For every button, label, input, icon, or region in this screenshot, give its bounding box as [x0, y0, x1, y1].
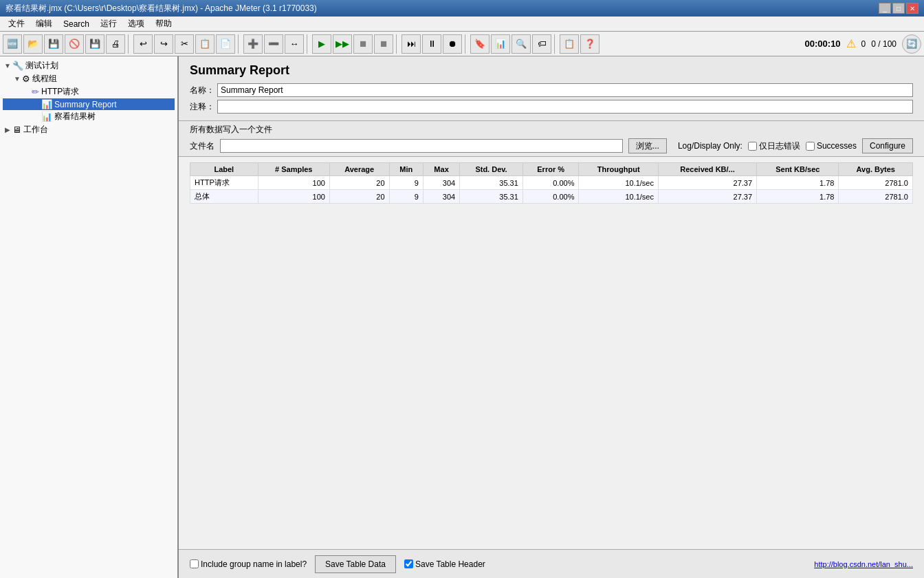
tree-node-test-plan[interactable]: ▼ 🔧 测试计划	[3, 59, 175, 72]
errors-only-checkbox-label[interactable]: 仅日志错误	[748, 140, 800, 152]
stop-button[interactable]: ⏹	[353, 34, 373, 54]
template-button[interactable]: 🔖	[470, 34, 490, 54]
cell-bytes-0: 2781.0	[839, 176, 913, 190]
expander-thread-group[interactable]: ▼	[12, 75, 22, 83]
file-input[interactable]	[220, 139, 623, 153]
minimize-button[interactable]: _	[879, 3, 891, 14]
col-samples: # Samples	[258, 163, 329, 176]
search-tb-button[interactable]: 🔍	[512, 34, 531, 54]
run-all-button[interactable]: ▶▶	[333, 34, 352, 54]
blog-link[interactable]: http://blog.csdn.net/lan_shu...	[814, 560, 913, 568]
title-bar: 察看结果树.jmx (C:\Users\r\Desktop\察看结果树.jmx)…	[0, 0, 924, 17]
tree-node-view-results[interactable]: 📊 察看结果树	[3, 110, 175, 123]
cut-button[interactable]: ✂	[175, 34, 194, 54]
stop-all-button[interactable]: ⏹	[374, 34, 393, 54]
help-tb-button[interactable]: ❓	[580, 34, 600, 54]
paste-button[interactable]: 📄	[216, 34, 235, 54]
expander-summary-report	[32, 100, 41, 108]
save-header-checkbox[interactable]	[404, 559, 413, 568]
tree-node-thread-group[interactable]: ▼ ⚙ 线程组	[3, 72, 175, 85]
tree-node-http-request[interactable]: ✏ HTTP请求	[3, 85, 175, 98]
name-label: 名称：	[190, 85, 214, 96]
new-button[interactable]: 🆕	[3, 34, 22, 54]
table-row: HTTP请求 100 20 9 304 35.31 0.00% 10.1/sec…	[190, 176, 913, 190]
summary-report-icon: 📊	[41, 99, 52, 109]
remote-stop-button[interactable]: ⏸	[422, 34, 441, 54]
run-button[interactable]: ▶	[312, 34, 331, 54]
include-group-label[interactable]: Include group name in label?	[190, 559, 307, 569]
menu-run[interactable]: 运行	[95, 17, 122, 31]
list-button[interactable]: 📋	[560, 34, 579, 54]
menu-file[interactable]: 文件	[3, 17, 30, 31]
http-request-icon: ✏	[32, 87, 39, 97]
clear-button[interactable]: ↔	[285, 34, 304, 54]
close-button-tb[interactable]: 🚫	[65, 34, 84, 54]
col-std-dev: Std. Dev.	[460, 163, 523, 176]
save-table-button[interactable]: Save Table Data	[315, 555, 396, 573]
test-plan-icon: 🔧	[12, 61, 23, 71]
expander-test-plan[interactable]: ▼	[3, 62, 12, 69]
tree-node-summary-report[interactable]: 📊 Summary Report	[3, 98, 175, 110]
bottom-bar: Include group name in label? Save Table …	[179, 549, 924, 578]
comment-input[interactable]	[217, 100, 913, 114]
copy-button[interactable]: 📋	[195, 34, 214, 54]
remote-stop2-button[interactable]: ⏺	[443, 34, 462, 54]
expander-view-results	[32, 113, 41, 120]
open-button[interactable]: 📂	[23, 34, 43, 54]
undo-button[interactable]: ↩	[133, 34, 153, 54]
menu-options[interactable]: 选项	[122, 17, 150, 31]
cell-tp-1: 10.1/sec	[579, 190, 659, 204]
refresh-button[interactable]: 🔄	[902, 34, 921, 54]
successes-checkbox[interactable]	[806, 142, 815, 151]
chart-button[interactable]: 📊	[491, 34, 510, 54]
maximize-button[interactable]: □	[892, 3, 905, 14]
configure-button[interactable]: Configure	[862, 138, 913, 153]
cell-avg-0: 20	[329, 176, 389, 190]
cell-samples-1: 100	[258, 190, 329, 204]
workbench-icon: 🖥	[12, 125, 21, 135]
col-error-pct: Error %	[522, 163, 579, 176]
remove-button[interactable]: ➖	[264, 34, 283, 54]
include-group-text: Include group name in label?	[201, 559, 307, 569]
remote-run-button[interactable]: ⏭	[402, 34, 421, 54]
successes-checkbox-label[interactable]: Successes	[806, 141, 857, 151]
save-button[interactable]: 💾	[44, 34, 63, 54]
expander-workbench[interactable]: ▶	[3, 126, 12, 133]
warning-icon: ⚠	[846, 37, 856, 50]
file-label: 文件名	[190, 140, 214, 152]
summary-report-label: Summary Report	[54, 100, 117, 109]
save-as-button[interactable]: 💾	[85, 34, 104, 54]
workbench-label: 工作台	[23, 124, 48, 136]
print-button[interactable]: 🖨	[106, 34, 125, 54]
view-results-icon: 📊	[41, 111, 52, 122]
thread-group-label: 线程组	[32, 73, 57, 85]
menu-help[interactable]: 帮助	[150, 17, 177, 31]
save-header-label[interactable]: Save Table Header	[404, 559, 485, 569]
cell-recv-1: 27.37	[659, 190, 757, 204]
close-button[interactable]: ✕	[906, 3, 918, 14]
cell-max-1: 304	[423, 190, 459, 204]
redo-button[interactable]: ↪	[154, 34, 173, 54]
report-header: Summary Report 名称： 注释：	[179, 56, 924, 121]
cell-err-0: 0.00%	[522, 176, 579, 190]
cell-min-1: 9	[389, 190, 423, 204]
content-panel: Summary Report 名称： 注释： 所有数据写入一个文件 文件名 浏览…	[179, 56, 924, 578]
col-label: Label	[190, 163, 258, 176]
errors-only-checkbox[interactable]	[748, 142, 757, 151]
expander-http-request	[22, 88, 32, 96]
name-row: 名称：	[190, 83, 913, 97]
include-group-checkbox[interactable]	[190, 559, 199, 568]
comment-row: 注释：	[190, 100, 913, 114]
browse-button[interactable]: 浏览...	[628, 138, 667, 153]
add-button[interactable]: ➕	[243, 34, 263, 54]
menu-search[interactable]: Search	[58, 18, 95, 30]
menu-bar: 文件 编辑 Search 运行 选项 帮助	[0, 17, 924, 32]
menu-edit[interactable]: 编辑	[30, 17, 58, 31]
tag-button[interactable]: 🏷	[532, 34, 551, 54]
tree-node-workbench[interactable]: ▶ 🖥 工作台	[3, 123, 175, 136]
cell-tp-0: 10.1/sec	[579, 176, 659, 190]
test-plan-label: 测试计划	[25, 60, 58, 72]
summary-table: Label # Samples Average Min Max Std. Dev…	[190, 162, 913, 204]
cell-label-0: HTTP请求	[190, 176, 258, 190]
name-input[interactable]	[217, 83, 913, 97]
